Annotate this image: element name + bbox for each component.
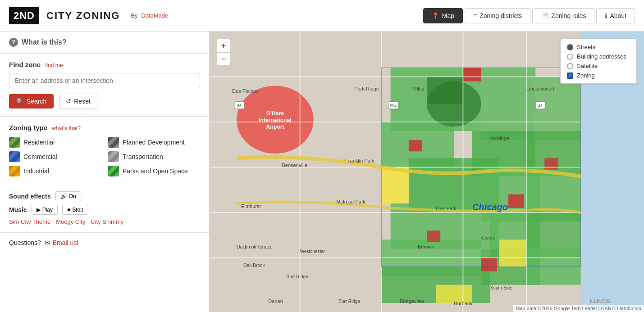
legend-zoning: ✓ Zoning	[567, 72, 630, 79]
search-reset-buttons: 🔍 Search ↺ Reset	[9, 94, 200, 109]
sim-city-theme-link[interactable]: Sim City Theme	[9, 218, 50, 225]
zoning-col-1: Residential Commercial Industrial	[9, 137, 101, 176]
nav-about-button[interactable]: ℹ About	[596, 8, 635, 23]
question-icon: ?	[9, 38, 18, 47]
find-zone-label: Find zone find me	[9, 61, 200, 68]
svg-text:Oakbrook Terrace: Oakbrook Terrace	[237, 244, 273, 249]
svg-text:Park Ridge: Park Ridge	[354, 86, 379, 91]
commercial-icon	[9, 151, 20, 162]
list-item: Commercial	[9, 151, 101, 162]
app-header: 2ND CITY ZONING By DataMade 📍 Map ≡ Zoni…	[0, 0, 644, 32]
nav-zoning-rules-button[interactable]: 📄 Zoning rules	[532, 8, 594, 23]
moogy-city-link[interactable]: Moogy City	[56, 218, 85, 225]
industrial-icon	[9, 166, 20, 176]
svg-text:83: 83	[237, 104, 242, 108]
search-button[interactable]: 🔍 Search	[9, 94, 54, 109]
main-content: ? What is this? Find zone find me 🔍 Sear…	[0, 32, 644, 312]
svg-text:Oak Brook: Oak Brook	[243, 263, 265, 268]
map-layer-legend: Streets Building addresses Satellite ✓ Z…	[560, 39, 637, 84]
building-addresses-label: Building addresses	[577, 53, 626, 60]
planned-icon	[108, 137, 119, 148]
svg-text:Westchester: Westchester	[300, 249, 325, 254]
city-shimmy-link[interactable]: City Shimmy	[91, 218, 123, 225]
streets-radio[interactable]	[567, 44, 573, 50]
svg-text:Darien: Darien	[268, 298, 283, 304]
svg-text:Niles: Niles	[413, 86, 425, 91]
svg-text:Chicago: Chicago	[472, 202, 508, 212]
nav-zoning-districts-button[interactable]: ≡ Zoning districts	[465, 8, 530, 23]
what-is-this-label: What is this?	[22, 38, 67, 46]
svg-rect-27	[382, 167, 409, 203]
satellite-radio[interactable]	[567, 63, 573, 69]
zoning-grid: Residential Commercial Industrial	[9, 137, 200, 176]
logo-title: CITY ZONING	[46, 10, 120, 22]
music-row: Music ▶ Play ■ Stop	[9, 205, 200, 215]
zoom-out-button[interactable]: −	[217, 52, 230, 66]
stop-button[interactable]: ■ Stop	[62, 205, 88, 215]
music-label: Music	[9, 206, 27, 213]
main-nav: 📍 Map ≡ Zoning districts 📄 Zoning rules …	[423, 8, 635, 23]
zoom-in-button[interactable]: +	[217, 39, 230, 52]
svg-rect-22	[409, 140, 422, 151]
svg-rect-9	[481, 68, 536, 140]
zoning-type-label: Zoning type what's that?	[9, 124, 200, 131]
list-item: Residential	[9, 137, 101, 148]
header-left: 2ND CITY ZONING By DataMade	[9, 7, 168, 24]
map-pin-icon: 📍	[432, 12, 439, 19]
logo-box: 2ND	[9, 7, 39, 24]
svg-rect-20	[427, 77, 463, 104]
legend-streets: Streets	[567, 44, 630, 50]
svg-text:Bridgeview: Bridgeview	[400, 298, 424, 304]
sound-effects-row: Sound effects 🔊 On	[9, 191, 200, 201]
list-item: Parks and Open Space	[108, 166, 200, 176]
reset-icon: ↺	[66, 98, 71, 105]
svg-text:Burbank: Burbank	[454, 301, 473, 306]
svg-text:Franklin Park: Franklin Park	[345, 158, 375, 163]
svg-text:Des Plaines: Des Plaines	[232, 88, 259, 94]
map-attribution: Map data ©2016 Google Tern Leaflet | CAR…	[513, 305, 644, 312]
play-button[interactable]: ▶ Play	[32, 205, 58, 215]
play-icon: ▶	[37, 207, 41, 213]
list-item: Transportation	[108, 151, 200, 162]
svg-text:South Side: South Side	[490, 285, 512, 290]
sound-on-button[interactable]: 🔊 On	[55, 191, 81, 201]
svg-rect-28	[499, 240, 526, 267]
svg-text:294: 294	[390, 104, 397, 108]
nav-map-button[interactable]: 📍 Map	[423, 8, 463, 23]
svg-text:Melrose Park: Melrose Park	[336, 199, 366, 204]
svg-rect-25	[481, 258, 497, 271]
map-area[interactable]: + −	[210, 32, 644, 312]
list-item: Industrial	[9, 166, 101, 176]
parks-icon	[108, 166, 119, 176]
zoning-checkbox[interactable]: ✓	[567, 72, 573, 79]
svg-rect-29	[436, 285, 472, 303]
search-icon: 🔍	[16, 98, 24, 105]
email-link[interactable]: Email us	[53, 239, 77, 246]
sound-section: Sound effects 🔊 On Music ▶ Play ■ Stop S…	[0, 184, 209, 233]
questions-label: Questions?	[9, 239, 41, 246]
reset-button[interactable]: ↺ Reset	[59, 94, 97, 109]
legend-building-addresses: Building addresses	[567, 53, 630, 60]
svg-rect-21	[463, 68, 481, 81]
svg-rect-23	[508, 194, 524, 208]
list-item: Planned Development	[108, 137, 200, 148]
svg-text:Bensenville: Bensenville	[282, 163, 307, 168]
music-links: Sim City Theme Moogy City City Shimmy	[9, 218, 200, 225]
svg-text:O'Hare: O'Hare	[266, 110, 284, 117]
svg-text:Berwyn: Berwyn	[418, 244, 434, 249]
building-addresses-radio[interactable]	[567, 54, 573, 60]
datamade-link[interactable]: DataMade	[141, 12, 168, 19]
find-me-link[interactable]: find me	[45, 62, 63, 68]
whats-that-link[interactable]: what's that?	[52, 125, 81, 131]
find-zone-section: Find zone find me 🔍 Search ↺ Reset	[0, 54, 209, 117]
list-icon: ≡	[473, 12, 477, 19]
stop-icon: ■	[67, 207, 70, 213]
what-is-this-section: ? What is this?	[0, 32, 209, 54]
svg-text:Norridge: Norridge	[490, 136, 509, 141]
map-zoom-controls: + −	[217, 39, 230, 66]
address-input[interactable]	[9, 73, 200, 88]
sidebar: ? What is this? Find zone find me 🔍 Sear…	[0, 32, 210, 312]
svg-rect-24	[544, 158, 558, 169]
svg-text:Burr Ridge: Burr Ridge	[338, 299, 360, 304]
svg-text:Lincolnwood: Lincolnwood	[526, 86, 554, 91]
